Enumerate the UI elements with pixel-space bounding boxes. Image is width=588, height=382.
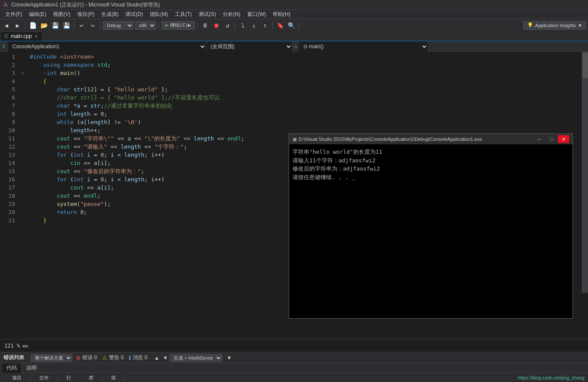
console-window: ▣ D:\Visual Studio 2015\MyProjects\Conso… (289, 134, 573, 319)
error-icon: ⊗ (76, 354, 81, 361)
step-out-btn[interactable]: ↑ (260, 21, 270, 30)
console-controls: ─ □ ✕ (534, 135, 569, 143)
code-line-3: −int main() (26, 69, 582, 77)
warning-badge: ⚠ 警告 0 (102, 354, 124, 361)
toolbar-sep8 (299, 22, 299, 29)
filter-up-btn[interactable]: ▲ (154, 355, 159, 361)
code-gutter: − (19, 52, 26, 293)
app-insights-button[interactable]: 💡 Application Insights ▼ (523, 21, 586, 30)
project-scope-dropdown[interactable]: ConsoleApplication1 (8, 41, 206, 52)
error-badge: ⊗ 错误 0 (76, 354, 97, 361)
menu-test[interactable]: 测试(S) (195, 10, 219, 19)
pause-btn[interactable]: ⏸ (200, 21, 210, 30)
file-type-icon: C (0, 43, 8, 49)
code-line-7: char *a = str;//通过常量字符串来初始化 (26, 102, 582, 110)
forward-btn[interactable]: ▶ (13, 21, 22, 30)
toolbar-sep4 (159, 22, 159, 29)
menu-window[interactable]: 窗口(W) (244, 10, 269, 19)
menu-analyze[interactable]: 分析(N) (219, 10, 244, 19)
solution-filter-dropdown[interactable]: 整个解决方案 (31, 354, 72, 362)
toolbar-sep2 (74, 22, 74, 29)
console-line-2: 请输入11个字符：adjfaosfwi2 (292, 156, 569, 165)
bottom-tab-description[interactable]: 说明 (22, 363, 41, 373)
back-btn[interactable]: ◀ (2, 21, 11, 30)
code-line-8: int length = 0; (26, 110, 582, 118)
tab-label: main.cpp (11, 33, 32, 39)
menu-help[interactable]: 帮助(H) (269, 10, 294, 19)
code-line-1: #include <iostream> (26, 53, 582, 61)
code-line-6: //char str[] = { "hello world" };//不设置长度… (26, 93, 582, 102)
find-btn[interactable]: 🔍 (286, 21, 296, 30)
maximize-btn[interactable]: □ (546, 135, 557, 143)
menu-bar: 文件(F) 编辑(E) 视图(V) 项目(P) 生成(B) 调试(D) 团队(M… (0, 9, 588, 19)
tab-bar: C main.cpp ✕ (0, 31, 588, 41)
redo-btn[interactable]: ↪ (88, 21, 97, 30)
function-dropdown[interactable]: ⊙ main() (299, 41, 428, 52)
toolbar: ◀ ▶ 📄 📂 💾 💾 ↩ ↪ Debug Release x86 x64 ▶ … (0, 19, 588, 31)
title-bar: A ConsoleApplication1 (正在运行) - Microsoft… (0, 0, 588, 9)
app-insights-label: Application Insights (535, 23, 576, 28)
filter-down-btn[interactable]: ▼ (163, 355, 168, 361)
menu-team[interactable]: 团队(M) (146, 10, 171, 19)
info-icon: ℹ (129, 354, 131, 361)
debug-mode-dropdown[interactable]: Debug Release (103, 21, 134, 30)
warning-count: 警告 0 (109, 354, 124, 361)
tab-main-cpp[interactable]: C main.cpp ✕ (0, 31, 43, 41)
col-class: 类 (80, 375, 103, 381)
zoom-decrease-btn[interactable]: ◀ (22, 343, 25, 349)
toolbar-sep6 (235, 22, 235, 29)
csdn-link[interactable]: https://blog.csdn.net/jing_zhong (518, 375, 585, 380)
restart-btn[interactable]: ↺ (223, 21, 232, 30)
undo-btn[interactable]: ↩ (77, 21, 86, 30)
bottom-tab-row: 代码 说明 (0, 363, 588, 373)
new-btn[interactable]: 📄 (28, 21, 37, 30)
menu-edit[interactable]: 编辑(E) (25, 10, 50, 19)
code-line-5: char str[12] = { "hello world" }; (26, 85, 582, 93)
build-filter-expand[interactable]: ▼ (227, 355, 232, 361)
error-list-bar: 错误列表 整个解决方案 ⊗ 错误 0 ⚠ 警告 0 ℹ 消息 0 ▲ ▼ 生成 … (0, 352, 588, 363)
console-line-1: 字符串"hello world"的长度为11 (292, 148, 569, 156)
tab-close-btn[interactable]: ✕ (34, 34, 38, 39)
info-badge: ℹ 消息 0 (129, 354, 147, 361)
code-line-9: while (a[length] != '\0') (26, 118, 582, 126)
step-over-btn[interactable]: ⤵ (238, 21, 247, 30)
error-count: 错误 0 (82, 354, 97, 361)
info-count: 消息 0 (133, 354, 147, 361)
col-line: 行 (58, 375, 80, 381)
status-area: 121 % ◀ ▶ (0, 339, 588, 352)
vs-logo: A (3, 1, 8, 8)
code-line-4: { (26, 77, 582, 85)
col-file: 文件 (31, 375, 58, 381)
vertical-scrollbar[interactable] (582, 52, 588, 293)
menu-debug[interactable]: 调试(D) (122, 10, 146, 19)
console-icon: ▣ (292, 137, 297, 142)
open-btn[interactable]: 📂 (39, 21, 49, 30)
menu-file[interactable]: 文件(F) (2, 10, 25, 19)
line-numbers: 1 2 3 4 5 6 7 8 9 10 11 12 13 14 15 16 1… (0, 52, 19, 293)
save-btn[interactable]: 💾 (50, 21, 60, 30)
toolbar-sep1 (25, 22, 25, 29)
menu-tools[interactable]: 工具(T) (171, 10, 195, 19)
save-all-btn[interactable]: 💾 (62, 21, 71, 30)
scope-dropdown[interactable]: (全局范围) (206, 41, 292, 52)
minimize-btn[interactable]: ─ (534, 135, 545, 143)
console-titlebar: ▣ D:\Visual Studio 2015\MyProjects\Conso… (289, 134, 572, 144)
bookmark-btn[interactable]: 🔖 (275, 21, 285, 30)
close-btn[interactable]: ✕ (558, 135, 569, 143)
stop-btn[interactable]: ⏹ (212, 21, 221, 30)
window-title: ConsoleApplication1 (正在运行) - Microsoft V… (11, 1, 160, 9)
nav-bar: C ConsoleApplication1 (全局范围) ◇ ⊙ main() (0, 41, 588, 52)
bottom-tab-code[interactable]: 代码 (2, 363, 22, 373)
menu-view[interactable]: 视图(V) (50, 10, 74, 19)
menu-project[interactable]: 项目(P) (74, 10, 98, 19)
continue-label: 继续(C)▶ (170, 22, 191, 28)
platform-dropdown[interactable]: x86 x64 (135, 21, 156, 30)
menu-build[interactable]: 生成(B) (98, 10, 122, 19)
toolbar-sep3 (100, 22, 100, 29)
continue-button[interactable]: ▶ 继续(C)▶ (162, 21, 195, 30)
build-filter-dropdown[interactable]: 生成 + IntelliSense (170, 354, 222, 362)
step-into-btn[interactable]: ↓ (249, 21, 258, 30)
zoom-increase-btn[interactable]: ▶ (25, 343, 28, 349)
console-line-4: 请按任意键继续. . . _ (292, 173, 569, 182)
warning-icon: ⚠ (102, 354, 107, 361)
